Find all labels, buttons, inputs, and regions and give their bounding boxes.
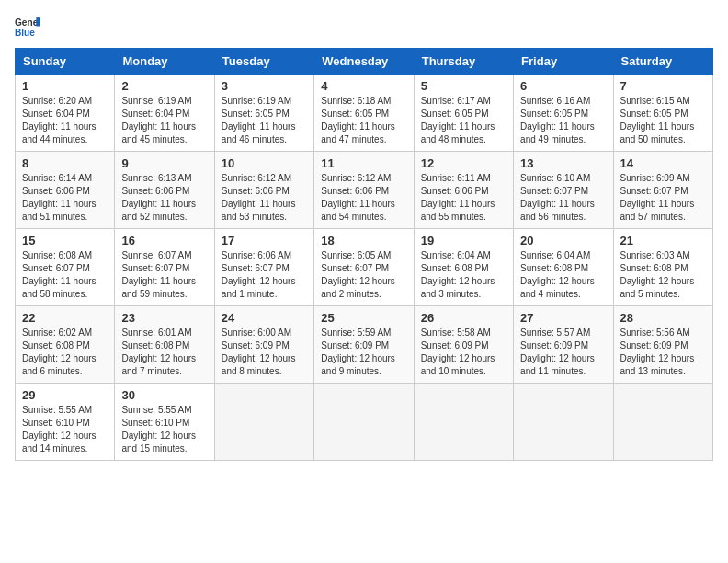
- day-info: Sunrise: 5:56 AMSunset: 6:09 PMDaylight:…: [620, 327, 706, 378]
- day-info: Sunrise: 5:57 AMSunset: 6:09 PMDaylight:…: [520, 327, 606, 378]
- day-info: Sunrise: 5:58 AMSunset: 6:09 PMDaylight:…: [421, 327, 506, 378]
- day-number: 9: [121, 156, 207, 170]
- day-number: 25: [321, 311, 406, 325]
- calendar-cell: 2Sunrise: 6:19 AMSunset: 6:04 PMDaylight…: [115, 75, 214, 152]
- day-info: Sunrise: 5:55 AMSunset: 6:10 PMDaylight:…: [22, 404, 108, 455]
- day-info: Sunrise: 6:16 AMSunset: 6:05 PMDaylight:…: [520, 95, 606, 146]
- day-info: Sunrise: 6:04 AMSunset: 6:08 PMDaylight:…: [421, 249, 506, 301]
- day-info: Sunrise: 6:09 AMSunset: 6:07 PMDaylight:…: [620, 172, 706, 224]
- day-number: 7: [620, 79, 706, 93]
- calendar-week-row: 29Sunrise: 5:55 AMSunset: 6:10 PMDayligh…: [16, 384, 713, 461]
- day-number: 18: [321, 234, 406, 247]
- day-number: 26: [421, 311, 506, 325]
- day-number: 6: [520, 79, 606, 93]
- calendar-cell: 22Sunrise: 6:02 AMSunset: 6:08 PMDayligh…: [16, 306, 115, 384]
- calendar-cell: 14Sunrise: 6:09 AMSunset: 6:07 PMDayligh…: [613, 152, 712, 229]
- calendar-cell: 9Sunrise: 6:13 AMSunset: 6:06 PMDaylight…: [115, 152, 214, 229]
- day-number: 8: [22, 156, 108, 170]
- weekday-header-thursday: Thursday: [414, 49, 513, 75]
- day-info: Sunrise: 6:03 AMSunset: 6:08 PMDaylight:…: [620, 249, 706, 301]
- day-info: Sunrise: 6:14 AMSunset: 6:06 PMDaylight:…: [22, 172, 108, 224]
- day-number: 3: [222, 79, 307, 93]
- day-number: 23: [121, 311, 207, 325]
- logo-icon: General Blue: [15, 15, 40, 40]
- calendar-cell: [314, 384, 414, 461]
- day-number: 2: [121, 79, 207, 93]
- day-info: Sunrise: 6:17 AMSunset: 6:05 PMDaylight:…: [421, 95, 506, 146]
- calendar-cell: [214, 384, 313, 461]
- calendar-cell: 12Sunrise: 6:11 AMSunset: 6:06 PMDayligh…: [414, 152, 513, 229]
- calendar-cell: [514, 384, 613, 461]
- day-number: 1: [22, 79, 108, 93]
- weekday-header-sunday: Sunday: [16, 49, 115, 75]
- calendar-cell: 7Sunrise: 6:15 AMSunset: 6:05 PMDaylight…: [613, 75, 712, 152]
- svg-text:Blue: Blue: [15, 28, 35, 38]
- calendar-week-row: 1Sunrise: 6:20 AMSunset: 6:04 PMDaylight…: [16, 75, 713, 152]
- day-info: Sunrise: 6:04 AMSunset: 6:08 PMDaylight:…: [520, 249, 606, 301]
- calendar-cell: 28Sunrise: 5:56 AMSunset: 6:09 PMDayligh…: [613, 306, 712, 384]
- day-info: Sunrise: 6:01 AMSunset: 6:08 PMDaylight:…: [121, 327, 207, 378]
- day-info: Sunrise: 6:11 AMSunset: 6:06 PMDaylight:…: [421, 172, 506, 224]
- day-number: 22: [22, 311, 108, 325]
- page-header: General Blue: [15, 15, 713, 40]
- day-info: Sunrise: 6:13 AMSunset: 6:06 PMDaylight:…: [121, 172, 207, 224]
- calendar-cell: 11Sunrise: 6:12 AMSunset: 6:06 PMDayligh…: [314, 152, 414, 229]
- weekday-header-tuesday: Tuesday: [214, 49, 313, 75]
- day-number: 4: [321, 79, 406, 93]
- day-number: 30: [121, 388, 207, 402]
- calendar-cell: [414, 384, 513, 461]
- calendar-cell: 4Sunrise: 6:18 AMSunset: 6:05 PMDaylight…: [314, 75, 414, 152]
- day-number: 5: [421, 79, 506, 93]
- day-number: 16: [121, 234, 207, 247]
- day-info: Sunrise: 6:06 AMSunset: 6:07 PMDaylight:…: [222, 249, 307, 301]
- calendar-cell: 8Sunrise: 6:14 AMSunset: 6:06 PMDaylight…: [16, 152, 115, 229]
- calendar-cell: 21Sunrise: 6:03 AMSunset: 6:08 PMDayligh…: [613, 229, 712, 306]
- calendar-cell: 26Sunrise: 5:58 AMSunset: 6:09 PMDayligh…: [414, 306, 513, 384]
- svg-marker-2: [36, 17, 40, 26]
- calendar-cell: 6Sunrise: 6:16 AMSunset: 6:05 PMDaylight…: [514, 75, 613, 152]
- day-info: Sunrise: 6:15 AMSunset: 6:05 PMDaylight:…: [620, 95, 706, 146]
- calendar-cell: 18Sunrise: 6:05 AMSunset: 6:07 PMDayligh…: [314, 229, 414, 306]
- day-info: Sunrise: 6:05 AMSunset: 6:07 PMDaylight:…: [321, 249, 406, 301]
- day-info: Sunrise: 5:55 AMSunset: 6:10 PMDaylight:…: [121, 404, 207, 455]
- calendar-table: SundayMondayTuesdayWednesdayThursdayFrid…: [15, 48, 713, 461]
- day-number: 11: [321, 156, 406, 170]
- day-info: Sunrise: 6:19 AMSunset: 6:05 PMDaylight:…: [222, 95, 307, 146]
- day-number: 10: [222, 156, 307, 170]
- day-info: Sunrise: 6:00 AMSunset: 6:09 PMDaylight:…: [222, 327, 307, 378]
- day-number: 21: [620, 234, 706, 247]
- day-info: Sunrise: 6:02 AMSunset: 6:08 PMDaylight:…: [22, 327, 108, 378]
- day-info: Sunrise: 6:12 AMSunset: 6:06 PMDaylight:…: [222, 172, 307, 224]
- weekday-header-monday: Monday: [115, 49, 214, 75]
- day-number: 20: [520, 234, 606, 247]
- calendar-body: 1Sunrise: 6:20 AMSunset: 6:04 PMDaylight…: [16, 75, 713, 461]
- day-number: 27: [520, 311, 606, 325]
- day-info: Sunrise: 6:07 AMSunset: 6:07 PMDaylight:…: [121, 249, 207, 301]
- calendar-cell: 30Sunrise: 5:55 AMSunset: 6:10 PMDayligh…: [115, 384, 214, 461]
- calendar-cell: 5Sunrise: 6:17 AMSunset: 6:05 PMDaylight…: [414, 75, 513, 152]
- day-number: 24: [222, 311, 307, 325]
- weekday-header-wednesday: Wednesday: [314, 49, 414, 75]
- calendar-cell: 27Sunrise: 5:57 AMSunset: 6:09 PMDayligh…: [514, 306, 613, 384]
- weekday-header-saturday: Saturday: [613, 49, 712, 75]
- calendar-cell: 3Sunrise: 6:19 AMSunset: 6:05 PMDaylight…: [214, 75, 313, 152]
- day-number: 12: [421, 156, 506, 170]
- calendar-cell: 10Sunrise: 6:12 AMSunset: 6:06 PMDayligh…: [214, 152, 313, 229]
- calendar-cell: 25Sunrise: 5:59 AMSunset: 6:09 PMDayligh…: [314, 306, 414, 384]
- weekday-header-row: SundayMondayTuesdayWednesdayThursdayFrid…: [16, 49, 713, 75]
- day-info: Sunrise: 6:20 AMSunset: 6:04 PMDaylight:…: [22, 95, 108, 146]
- calendar-cell: 13Sunrise: 6:10 AMSunset: 6:07 PMDayligh…: [514, 152, 613, 229]
- calendar-cell: 15Sunrise: 6:08 AMSunset: 6:07 PMDayligh…: [16, 229, 115, 306]
- day-info: Sunrise: 5:59 AMSunset: 6:09 PMDaylight:…: [321, 327, 406, 378]
- logo: General Blue: [15, 15, 46, 40]
- calendar-cell: 17Sunrise: 6:06 AMSunset: 6:07 PMDayligh…: [214, 229, 313, 306]
- calendar-cell: 16Sunrise: 6:07 AMSunset: 6:07 PMDayligh…: [115, 229, 214, 306]
- calendar-cell: 1Sunrise: 6:20 AMSunset: 6:04 PMDaylight…: [16, 75, 115, 152]
- calendar-cell: 19Sunrise: 6:04 AMSunset: 6:08 PMDayligh…: [414, 229, 513, 306]
- calendar-cell: 24Sunrise: 6:00 AMSunset: 6:09 PMDayligh…: [214, 306, 313, 384]
- day-info: Sunrise: 6:08 AMSunset: 6:07 PMDaylight:…: [22, 249, 108, 301]
- calendar-cell: 23Sunrise: 6:01 AMSunset: 6:08 PMDayligh…: [115, 306, 214, 384]
- day-number: 14: [620, 156, 706, 170]
- calendar-cell: [613, 384, 712, 461]
- day-info: Sunrise: 6:10 AMSunset: 6:07 PMDaylight:…: [520, 172, 606, 224]
